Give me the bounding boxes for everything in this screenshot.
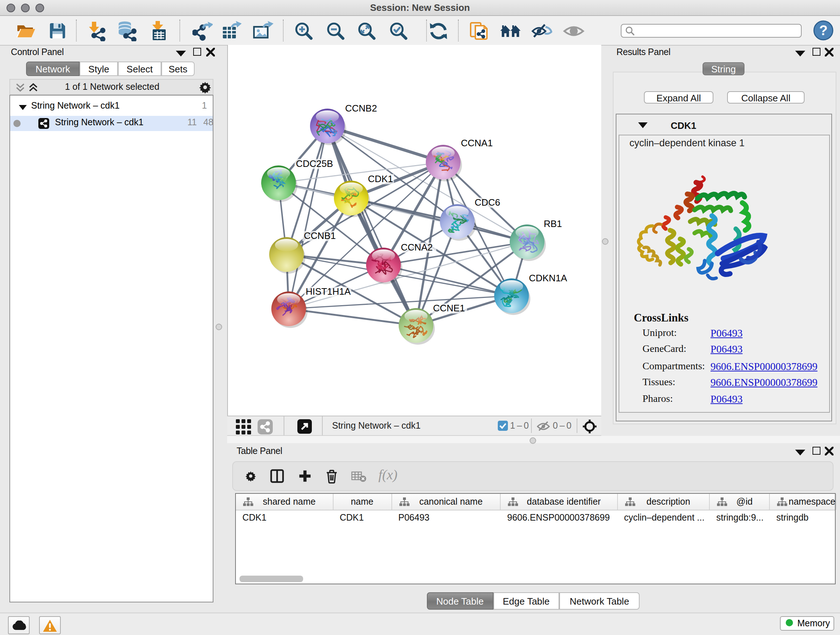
svg-text:CDKN1A: CDKN1A	[529, 272, 567, 283]
svg-text:CCNB1: CCNB1	[304, 230, 336, 241]
svg-text:CCNA1: CCNA1	[461, 138, 493, 149]
svg-text:CDK1: CDK1	[368, 173, 393, 184]
svg-text:RB1: RB1	[544, 218, 562, 229]
svg-text:CCNA2: CCNA2	[401, 242, 433, 253]
svg-text:?: ?	[819, 23, 827, 38]
svg-text:CDC6: CDC6	[475, 197, 500, 208]
svg-text:CCNB2: CCNB2	[345, 103, 377, 114]
svg-text:CDC25B: CDC25B	[296, 158, 333, 169]
svg-text:CCNE1: CCNE1	[433, 302, 465, 314]
svg-text:HIST1H1A: HIST1H1A	[306, 286, 351, 297]
